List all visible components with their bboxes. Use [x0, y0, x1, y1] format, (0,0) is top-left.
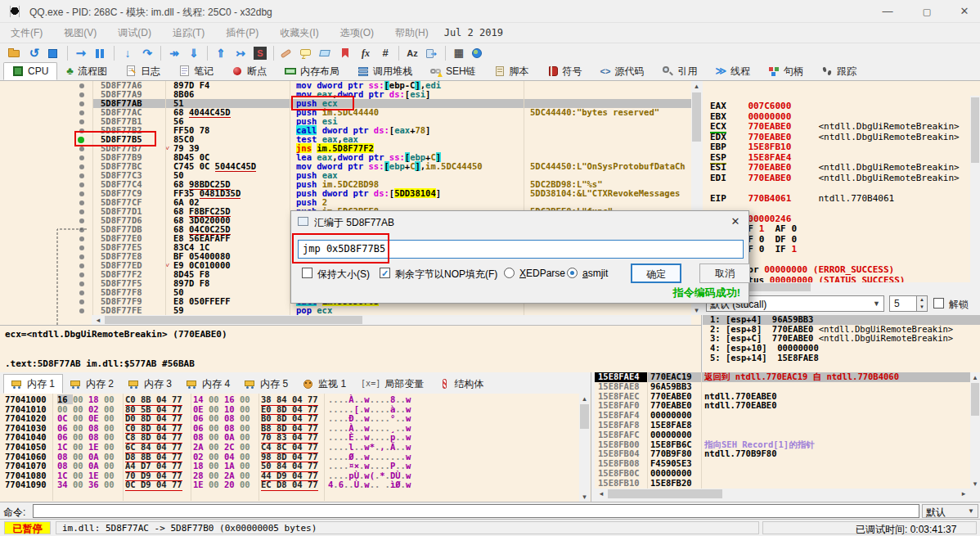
register-row[interactable]: ECX 770EABE0 <ntdll.DbgUiRemoteBreakin>	[710, 121, 960, 132]
tab-符号[interactable]: 符号	[538, 62, 591, 80]
run-user-icon[interactable]: ↣	[231, 45, 250, 61]
command-input[interactable]	[33, 504, 919, 518]
memory-dump-pane[interactable]: 7704100016 00 18 00C0 8B 04 7714 00 16 0…	[0, 394, 591, 502]
run-trace-icon[interactable]: ↠	[164, 45, 184, 61]
args-count-stepper[interactable]: 5	[889, 295, 917, 312]
registers-vscrollbar[interactable]	[970, 96, 980, 282]
hash-icon[interactable]: #	[375, 45, 395, 61]
register-row[interactable]: EDX 770EABE0 <ntdll.DbgUiRemoteBreakin>	[710, 132, 960, 142]
tab-源代码[interactable]: <>源代码	[591, 62, 654, 80]
ok-button[interactable]: 确定	[631, 263, 681, 283]
stack-vscrollbar[interactable]: ▴ ▾	[970, 372, 980, 489]
argument-row[interactable]: 5: [esp+14] 15E8FAE8	[703, 354, 980, 363]
tab-label: 源代码	[614, 65, 644, 79]
stack-pane[interactable]: 15E8FAE4770EAC19返回到 ntdll.770EAC19 自 ntd…	[595, 372, 970, 489]
menu-item[interactable]: 文件(F)	[0, 23, 53, 43]
bottom-tab-内存 5[interactable]: 内存 5	[237, 374, 295, 394]
bottom-tab-内存 1[interactable]: 内存 1	[3, 374, 63, 394]
annotation-box-input	[292, 233, 389, 263]
cancel-button[interactable]: 取消	[699, 263, 750, 283]
menu-item[interactable]: 收藏夹(I)	[269, 23, 329, 43]
patch-icon[interactable]	[277, 45, 297, 61]
dialog-close-icon[interactable]: ✕	[727, 214, 744, 229]
tab-流程图[interactable]: ♣流程图	[57, 62, 116, 80]
xedparse-radio[interactable]	[504, 268, 515, 278]
open-folder-icon[interactable]	[5, 45, 25, 61]
step-deep-icon[interactable]: ⇓	[184, 45, 204, 61]
bottom-tab-监视 1[interactable]: 监视 1	[295, 374, 353, 394]
fill-nop-checkbox[interactable]: ✓	[380, 268, 390, 278]
dialog-title: 汇编于 5D8F77AB	[314, 216, 394, 230]
maximize-button[interactable]: ▢	[908, 0, 946, 23]
unlock-checkbox[interactable]	[933, 298, 944, 309]
register-row[interactable]: ESP 15E8FAE4	[710, 152, 791, 163]
menu-item[interactable]: 视图(V)	[53, 23, 107, 43]
menu-item[interactable]: 帮助(H)	[384, 23, 439, 43]
chevron-down-icon[interactable]: ▼	[870, 295, 883, 312]
globe-icon[interactable]	[469, 45, 488, 61]
menu-item[interactable]: 插件(P)	[215, 23, 269, 43]
bottom-tab-内存 3[interactable]: 内存 3	[121, 374, 179, 394]
seh-chain-icon[interactable]: S	[250, 45, 270, 61]
disasm-address: 5D8F77FE	[101, 306, 142, 315]
bottom-tab-内存 4[interactable]: 内存 4	[179, 374, 237, 394]
minimize-button[interactable]: —	[869, 0, 906, 23]
intermodular-calls-icon[interactable]	[422, 45, 442, 61]
command-profile-select[interactable]: 默认▼	[922, 504, 978, 518]
bottom-tab-局部变量[interactable]: [x=]局部变量	[353, 374, 431, 394]
register-row[interactable]: ESI 770EABE0 <ntdll.DbgUiRemoteBreakin>	[710, 162, 960, 173]
restart-icon[interactable]: ↺	[25, 45, 44, 61]
menu-item[interactable]: 调试(D)	[107, 23, 162, 43]
stack-hscrollbar[interactable]: ◂ ▸	[595, 489, 970, 499]
stack-row[interactable]: 15E8FAE896A59BB3	[595, 382, 970, 392]
register-row[interactable]: EDI 770EABE0 <ntdll.DbgUiRemoteBreakin>	[710, 173, 960, 183]
tab-CPU[interactable]: CPU	[3, 62, 57, 80]
function-icon[interactable]: fx	[356, 45, 375, 61]
info-box: ecx=<ntdll.DbgUiRemoteBreakin> (770EABE0…	[0, 325, 702, 372]
step-over-icon[interactable]: ↷	[137, 45, 157, 61]
arguments-pane[interactable]: 1: [esp+4] 96A59BB32: [esp+8] 770EABE0 <…	[703, 315, 980, 372]
register-row[interactable]: EBP 15E8FB10	[710, 142, 791, 152]
stack-row[interactable]: 15E8FB1015E8FB20	[595, 479, 970, 489]
step-into-icon[interactable]: ↓	[118, 45, 137, 61]
bottom-tab-结构体[interactable]: 结构体	[431, 374, 491, 394]
stack-row[interactable]: 15E8FAFC00000000	[595, 430, 970, 440]
bookmark-icon[interactable]	[336, 45, 356, 61]
pause-icon[interactable]	[91, 45, 110, 61]
tab-跟踪[interactable]: 跟踪	[812, 62, 865, 80]
comment-icon[interactable]	[297, 45, 317, 61]
disasm-hscrollbar[interactable]: ◂	[92, 315, 691, 325]
menu-item[interactable]: 追踪(T)	[162, 23, 215, 43]
args-count-arrows[interactable]: ▲▼	[917, 295, 928, 312]
tab-笔记[interactable]: 笔记	[169, 62, 223, 80]
strings-icon[interactable]: Az	[402, 45, 422, 61]
tab-断点[interactable]: 断点	[223, 62, 276, 80]
asmjit-radio[interactable]	[567, 268, 578, 278]
tab-调用堆栈[interactable]: 调用堆栈	[348, 62, 421, 80]
dump-bytes-group: 1E 00 20 00	[193, 480, 250, 490]
stop-icon[interactable]	[44, 45, 64, 61]
register-row[interactable]: EAX 007C6000	[710, 101, 791, 111]
call-stack-icon	[357, 65, 369, 77]
close-button[interactable]: ✕	[946, 0, 980, 23]
menu-item[interactable]: 选项(O)	[330, 23, 384, 43]
tab-引用[interactable]: 引用	[653, 62, 706, 80]
calculator-icon[interactable]: ▦	[449, 45, 469, 61]
tab-句柄[interactable]: 句柄	[759, 62, 812, 80]
register-row[interactable]: EIP 770B4061 ntdll.770B4061	[710, 193, 894, 204]
bottom-tab-内存 2[interactable]: 内存 2	[63, 374, 121, 394]
tab-SEH链[interactable]: SEH链	[421, 62, 485, 80]
exec-return-icon[interactable]: ⇑	[211, 45, 231, 61]
tab-label: 引用	[677, 65, 697, 79]
tab-线程[interactable]: ≫线程	[706, 62, 759, 80]
keep-size-checkbox[interactable]	[302, 268, 312, 278]
tab-内存布局[interactable]: 内存布局	[276, 62, 348, 80]
register-row[interactable]: EBX 00000000	[710, 111, 791, 122]
debug-time: 已调试时间: 0:03:41:37	[856, 523, 956, 536]
tab-脚本[interactable]: 脚本	[485, 62, 538, 80]
label-icon[interactable]	[317, 45, 336, 61]
run-icon[interactable]: ➞	[71, 45, 91, 61]
dump-vscrollbar[interactable]: ▴ ▾	[579, 394, 590, 502]
tab-日志[interactable]: 日志	[116, 62, 169, 80]
disasm-row[interactable]: 5D8F77FE59pop ecx	[0, 306, 691, 315]
